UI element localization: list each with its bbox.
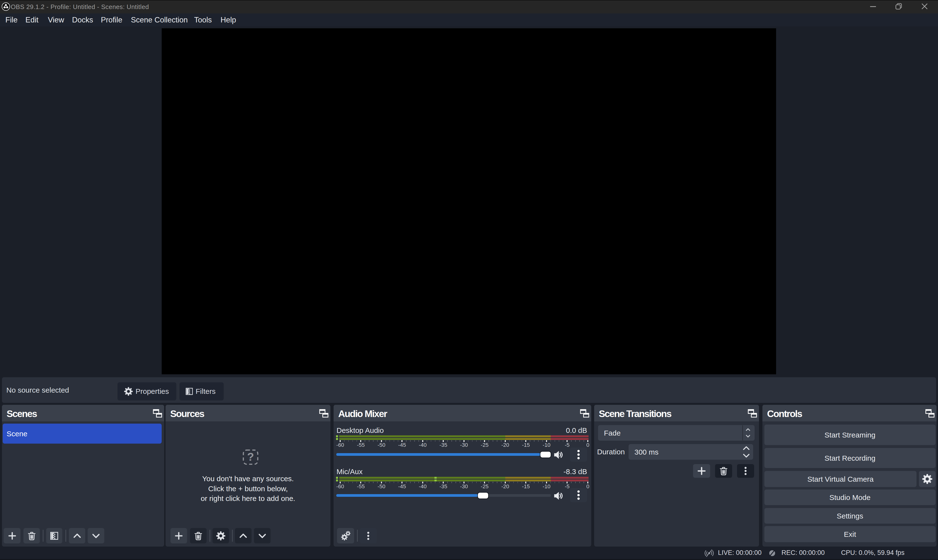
svg-text:?: ? [247, 451, 254, 463]
